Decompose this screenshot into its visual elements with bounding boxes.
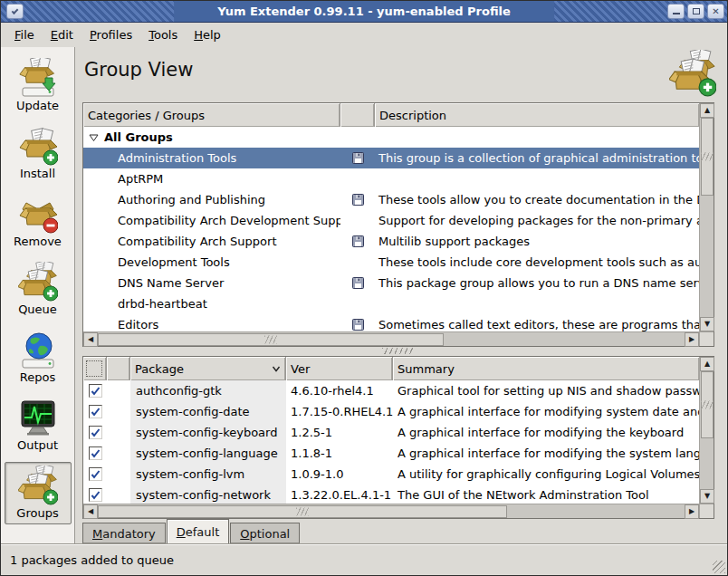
package-row-system-config-language[interactable]: system-config-language 1.1.8-1 A graphic…	[83, 443, 699, 464]
tab-optional[interactable]: Optional	[230, 523, 300, 544]
groups-table: Categories / Groups Description All Grou…	[82, 102, 714, 347]
scroll-down-icon[interactable]: ▼	[700, 489, 714, 504]
floppy-icon	[352, 194, 364, 206]
sidebar-item-update[interactable]: Update	[5, 54, 72, 117]
menu-profiles[interactable]: Profiles	[81, 25, 140, 44]
scroll-right-icon[interactable]: ▶	[685, 504, 699, 519]
menu-edit[interactable]: Edit	[43, 25, 81, 44]
package-row-authconfig-gtk[interactable]: authconfig-gtk 4.6.10-rhel4.1 Graphical …	[83, 380, 699, 401]
group-view-header-icon	[669, 50, 716, 97]
group-row-drbd-heartbeat[interactable]: drbd-heartbeat	[83, 293, 699, 314]
packages-table-header: Package Ver Summary	[83, 357, 699, 380]
checkbox-checked[interactable]	[89, 488, 102, 502]
groups-box-icon	[18, 466, 58, 505]
resize-grip-icon[interactable]	[713, 561, 725, 573]
groups-vertical-scrollbar[interactable]: ▲ ▼	[699, 103, 714, 331]
sidebar-item-label: Queue	[5, 302, 71, 316]
sidebar-item-groups[interactable]: Groups	[5, 462, 72, 524]
checkbox-checked[interactable]	[89, 467, 102, 481]
sidebar-item-install[interactable]: Install	[5, 122, 72, 185]
groups-table-header: Categories / Groups Description	[83, 103, 699, 127]
menu-tools[interactable]: Tools	[140, 25, 186, 44]
scroll-up-icon[interactable]: ▲	[700, 357, 714, 371]
group-row-aptrpm[interactable]: AptRPM	[83, 168, 699, 189]
column-header-icon[interactable]	[340, 103, 375, 127]
check-icon	[91, 387, 101, 396]
window-menu-button[interactable]	[6, 4, 24, 19]
scroll-left-icon[interactable]: ◀	[83, 504, 98, 519]
package-row-system-config-lvm[interactable]: system-config-lvm 1.0.9-1.0 A utility fo…	[83, 464, 699, 485]
floppy-icon	[352, 319, 364, 331]
scroll-left-icon[interactable]: ◀	[83, 332, 98, 347]
remove-box-icon	[18, 194, 58, 234]
check-icon	[91, 408, 101, 417]
sidebar-item-remove[interactable]: Remove	[5, 190, 72, 253]
group-row-editors[interactable]: Editors Sometimes called text editors, t…	[83, 314, 699, 331]
package-row-system-config-network[interactable]: system-config-network 1.3.22.0.EL.4.1-1 …	[83, 485, 699, 504]
maximize-icon	[693, 8, 700, 14]
column-header-summary[interactable]: Summary	[393, 357, 699, 380]
check-icon	[91, 470, 101, 479]
menubar: File Edit Profiles Tools Help	[1, 23, 727, 47]
checkbox-checked[interactable]	[89, 405, 102, 418]
main-area: Group View Categories / Groups Descripti…	[75, 47, 727, 543]
checkbox-checked[interactable]	[89, 426, 102, 439]
focus-rectangle	[86, 360, 102, 377]
group-row-all-groups[interactable]: All Groups	[83, 127, 699, 148]
group-row-authoring-publishing[interactable]: Authoring and Publishing These tools all…	[83, 189, 699, 210]
pane-resize-handle[interactable]	[82, 347, 714, 355]
group-row-dns-name-server[interactable]: DNS Name Server This package group allow…	[83, 273, 699, 293]
sidebar-item-label: Repos	[5, 370, 71, 384]
sidebar-item-repos[interactable]: Repos	[5, 326, 72, 389]
sidebar-item-label: Update	[5, 99, 71, 112]
groups-horizontal-scrollbar[interactable]: ◀ ▶	[83, 331, 699, 346]
group-row-compat-arch-support[interactable]: Compatibility Arch Support Multilib supp…	[83, 231, 699, 252]
chevron-down-icon	[12, 7, 19, 14]
queue-box-icon	[18, 262, 58, 302]
scroll-right-icon[interactable]: ▶	[685, 332, 699, 347]
scroll-down-icon[interactable]: ▼	[700, 317, 714, 331]
column-header-description[interactable]: Description	[375, 103, 699, 127]
group-row-development-tools[interactable]: Development Tools These tools include co…	[83, 252, 699, 273]
scrollbar-thumb[interactable]	[98, 333, 444, 346]
tab-default[interactable]: Default	[167, 519, 230, 544]
checkbox-checked[interactable]	[89, 446, 102, 460]
package-row-system-config-keyboard[interactable]: system-config-keyboard 1.2.5-1 A graphic…	[83, 422, 699, 443]
maximize-button[interactable]	[687, 4, 704, 19]
menu-help[interactable]: Help	[186, 25, 229, 44]
tab-mandatory[interactable]: Mandatory	[82, 523, 166, 544]
close-button[interactable]: ✕	[707, 4, 724, 19]
minimize-icon	[673, 13, 680, 14]
column-header-categories-groups[interactable]: Categories / Groups	[83, 103, 340, 127]
group-row-administration-tools[interactable]: Administration Tools This group is a col…	[83, 148, 699, 168]
column-header-package[interactable]: Package	[130, 357, 286, 380]
scroll-up-icon[interactable]: ▲	[700, 103, 714, 118]
menu-file[interactable]: File	[6, 25, 43, 44]
scrollbar-thumb[interactable]	[701, 118, 714, 196]
column-header-checkbox[interactable]	[83, 357, 107, 380]
column-header-status-icon[interactable]	[107, 357, 130, 380]
packages-vertical-scrollbar[interactable]: ▲ ▼	[699, 357, 714, 504]
scrollbar-corner	[699, 331, 714, 346]
floppy-icon	[352, 152, 364, 164]
packages-horizontal-scrollbar[interactable]: ◀ ▶	[83, 504, 699, 518]
sidebar-item-output[interactable]: Output	[5, 394, 72, 456]
check-icon	[91, 449, 101, 458]
sort-descending-icon	[272, 366, 281, 372]
group-row-compat-arch-dev-support[interactable]: Compatibility Arch Development Support S…	[83, 210, 699, 231]
sidebar-item-queue[interactable]: Queue	[5, 258, 72, 321]
minimize-button[interactable]	[667, 4, 685, 19]
window-title: Yum Extender 0.99.11 - yum-enabled Profi…	[174, 1, 554, 22]
floppy-icon	[352, 235, 364, 247]
checkbox-checked[interactable]	[89, 384, 102, 398]
sidebar-item-label: Install	[5, 167, 71, 180]
scrollbar-thumb[interactable]	[701, 371, 714, 438]
titlebar[interactable]: Yum Extender 0.99.11 - yum-enabled Profi…	[1, 1, 727, 23]
package-row-system-config-date[interactable]: system-config-date 1.7.15-0.RHEL4.1 A gr…	[83, 401, 699, 422]
expander-open-icon[interactable]	[89, 133, 99, 142]
sidebar: Update Install Remove	[1, 47, 75, 543]
scrollbar-thumb[interactable]	[98, 505, 507, 518]
groups-table-rows: All Groups Administration Tools This gro…	[83, 127, 699, 331]
repos-globe-icon	[18, 330, 58, 370]
column-header-ver[interactable]: Ver	[286, 357, 393, 380]
